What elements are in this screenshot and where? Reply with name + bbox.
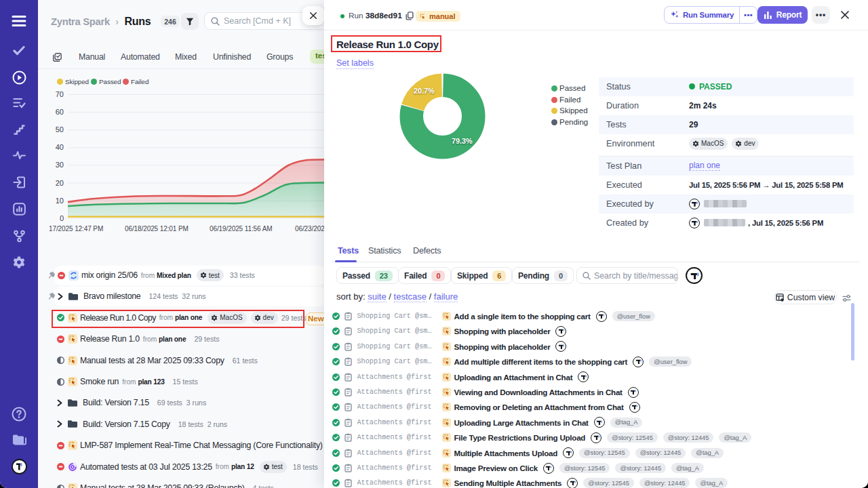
svg-text:70: 70 — [56, 90, 64, 98]
svg-text:20: 20 — [56, 179, 64, 187]
svg-text:30: 30 — [56, 161, 64, 169]
svg-text:60: 60 — [56, 108, 64, 116]
svg-text:10: 10 — [56, 197, 64, 205]
svg-text:50: 50 — [56, 125, 64, 134]
svg-text:0: 0 — [60, 214, 64, 222]
svg-text:40: 40 — [56, 143, 64, 151]
